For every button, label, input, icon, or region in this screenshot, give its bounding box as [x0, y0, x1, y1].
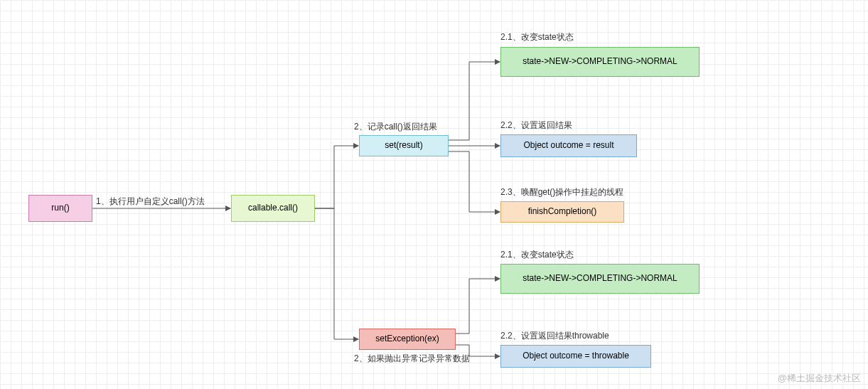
edge-label-22a: 2.2、设置返回结果 [500, 119, 572, 132]
diagram-canvas: run() callable.call() set(result) setExc… [0, 0, 868, 389]
edge-label-21a: 2.1、改变state状态 [500, 31, 574, 43]
node-finish: finishCompletion() [500, 201, 624, 223]
node-callable: callable.call() [231, 195, 315, 222]
edge-label-21b: 2.1、改变state状态 [500, 249, 574, 261]
node-run: run() [28, 195, 92, 222]
node-outcome1: Object outcome = result [500, 134, 637, 157]
node-outcome2: Object outcome = throwable [500, 345, 651, 368]
edge-label-2b: 2、如果抛出异常记录异常数据 [354, 353, 470, 365]
node-state2: state->NEW->COMPLETING->NORMAL [500, 264, 700, 294]
node-state1: state->NEW->COMPLETING->NORMAL [500, 47, 700, 77]
watermark: @稀土掘金技术社区 [778, 372, 861, 385]
node-setex: setException(ex) [359, 329, 456, 350]
edge-label-23: 2.3、唤醒get()操作中挂起的线程 [500, 186, 623, 198]
edge-label-22b: 2.2、设置返回结果throwable [500, 330, 609, 342]
node-set: set(result) [359, 135, 449, 156]
edge-label-2a: 2、记录call()返回结果 [354, 121, 437, 133]
edge-label-1: 1、执行用户自定义call()方法 [96, 196, 205, 208]
